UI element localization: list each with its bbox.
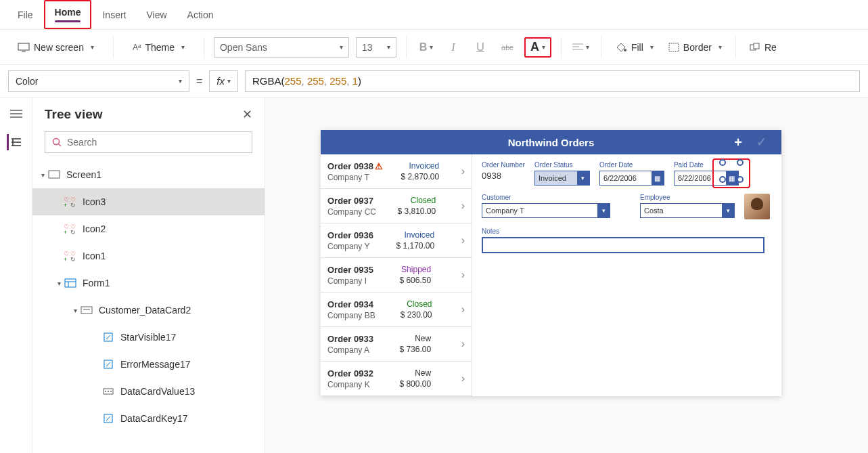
svg-text:+: +: [64, 202, 67, 207]
font-name-value: Open Sans: [220, 42, 267, 53]
formula-input[interactable]: RGBA(255, 255, 255, 1): [245, 70, 860, 92]
reorder-label: Re: [764, 42, 777, 53]
customer-select[interactable]: Company T▾: [482, 203, 610, 218]
order-name: Order 0933: [327, 334, 373, 344]
theme-icon: Aª: [133, 43, 141, 52]
tree-view-icon[interactable]: [7, 134, 23, 150]
order-status: Closed: [411, 196, 436, 205]
divider: [204, 37, 204, 58]
close-icon[interactable]: ✕: [242, 107, 252, 122]
order-company: Company Y: [327, 242, 373, 251]
order-row[interactable]: Order 0934Company BBClosed$ 230.00›: [321, 293, 472, 327]
notes-input[interactable]: [482, 237, 764, 253]
order-name: Order 0937: [327, 196, 376, 206]
reorder-button[interactable]: Re: [746, 39, 781, 56]
order-name: Order 0938⚠: [327, 161, 383, 171]
order-form: Order Number 0938 Order Status Invoiced▾…: [472, 154, 781, 396]
node-icon: [101, 412, 115, 425]
svg-rect-14: [49, 171, 60, 178]
chevron-down-icon: ▾: [650, 43, 654, 51]
new-screen-button[interactable]: New screen ▾: [14, 39, 98, 56]
tree-node[interactable]: ▾Screen1: [32, 161, 265, 188]
svg-rect-8: [754, 43, 759, 49]
order-status-select[interactable]: Invoiced▾: [534, 171, 590, 186]
font-color-button[interactable]: A▾: [524, 37, 551, 58]
chevron-right-icon: ›: [461, 234, 465, 246]
tree-node[interactable]: ♡♡+↻Icon3: [32, 188, 265, 215]
employee-select[interactable]: Costa▾: [640, 203, 735, 218]
tree[interactable]: ▾Screen1♡♡+↻Icon3♡♡+↻Icon2♡♡+↻Icon1▾Form…: [32, 161, 265, 453]
underline-button[interactable]: U: [470, 37, 490, 58]
chevron-down-icon: ▾: [430, 43, 433, 51]
tab-insert[interactable]: Insert: [93, 4, 135, 26]
node-label: StarVisible17: [120, 332, 176, 343]
order-row[interactable]: Order 0935Company IShipped$ 606.50›: [321, 258, 472, 293]
align-button[interactable]: ▾: [571, 37, 591, 58]
chevron-down-icon: ▾: [586, 43, 589, 51]
tab-view[interactable]: View: [137, 4, 176, 26]
node-label: Customer_DataCard2: [99, 305, 191, 316]
bold-button[interactable]: B▾: [416, 37, 436, 58]
app-preview: Northwind Orders + ✓ Order 0938⚠Company …: [321, 130, 781, 396]
strikethrough-button[interactable]: abc: [497, 37, 518, 58]
warning-icon: ⚠: [375, 161, 383, 171]
order-company: Company K: [327, 380, 373, 389]
field-label: Paid Date: [674, 161, 739, 169]
font-size-select[interactable]: 13 ▾: [356, 37, 396, 58]
tree-node[interactable]: DataCardKey17: [32, 405, 265, 432]
align-icon: [572, 43, 583, 52]
fx-button[interactable]: fx ▾: [209, 70, 238, 92]
order-list[interactable]: Order 0938⚠Company TInvoiced$ 2,870.00›O…: [321, 154, 472, 396]
tree-node[interactable]: DataCardValue13: [32, 378, 265, 405]
search-field[interactable]: [67, 137, 245, 148]
order-row[interactable]: Order 0932Company KNew$ 800.00›: [321, 362, 472, 396]
search-icon: [52, 137, 62, 147]
svg-point-36: [108, 391, 109, 392]
property-select[interactable]: Color ▾: [8, 70, 189, 92]
order-row[interactable]: Order 0938⚠Company TInvoiced$ 2,870.00›: [321, 154, 472, 189]
font-name-select[interactable]: Open Sans ▾: [214, 37, 349, 58]
tree-node[interactable]: ▾Form1: [32, 269, 265, 297]
search-input[interactable]: [45, 131, 252, 153]
chevron-right-icon: ›: [461, 372, 465, 385]
svg-text:↻: ↻: [70, 229, 76, 234]
hamburger-icon[interactable]: [8, 106, 24, 122]
node-label: DataCardKey17: [120, 413, 188, 424]
tab-file[interactable]: File: [8, 4, 43, 26]
tree-node[interactable]: ErrorMessage17: [32, 351, 265, 378]
svg-text:+: +: [64, 256, 67, 261]
node-icon: [80, 303, 93, 317]
order-date-input[interactable]: 6/22/2006▦: [599, 171, 664, 186]
svg-point-5: [624, 49, 626, 51]
fill-button[interactable]: Fill ▾: [611, 39, 658, 56]
order-row[interactable]: Order 0937Company CCClosed$ 3,810.00›: [321, 189, 472, 223]
tab-action[interactable]: Action: [178, 4, 223, 26]
paid-date-input[interactable]: 6/22/2006▦: [674, 171, 739, 186]
order-amount: $ 736.00: [399, 345, 431, 354]
node-icon: [64, 276, 77, 290]
canvas[interactable]: Northwind Orders + ✓ Order 0938⚠Company …: [265, 98, 868, 453]
order-row[interactable]: Order 0936Company YInvoiced$ 1,170.00›: [321, 223, 472, 258]
order-status: New: [415, 334, 431, 343]
order-row[interactable]: Order 0933Company ANew$ 736.00›: [321, 327, 472, 362]
add-icon[interactable]: +: [734, 135, 742, 150]
tree-node[interactable]: StarVisible17: [32, 324, 265, 351]
menu-bar: File Home Insert View Action: [0, 0, 868, 30]
border-button[interactable]: Border ▾: [664, 39, 726, 56]
svg-rect-30: [81, 307, 92, 314]
node-label: Icon2: [83, 223, 106, 234]
check-icon[interactable]: ✓: [756, 135, 767, 150]
chevron-down-icon: ▾: [340, 43, 343, 51]
chevron-down-icon: ▾: [718, 43, 722, 51]
chevron-down-icon: ▾: [577, 171, 589, 186]
tree-node[interactable]: ♡♡+↻Icon2: [32, 215, 265, 242]
chevron-down-icon: ▾: [722, 203, 734, 218]
chevron-down-icon: ▾: [179, 77, 182, 85]
theme-button[interactable]: Aª Theme ▾: [129, 39, 189, 56]
tree-node[interactable]: ♡♡+↻Icon1: [32, 242, 265, 269]
tab-home[interactable]: Home: [44, 0, 92, 29]
tree-node[interactable]: ▾Customer_DataCard2: [32, 297, 265, 324]
italic-button[interactable]: I: [443, 37, 463, 58]
order-name: Order 0934: [327, 299, 375, 309]
node-icon: ♡♡+↻: [64, 249, 77, 263]
